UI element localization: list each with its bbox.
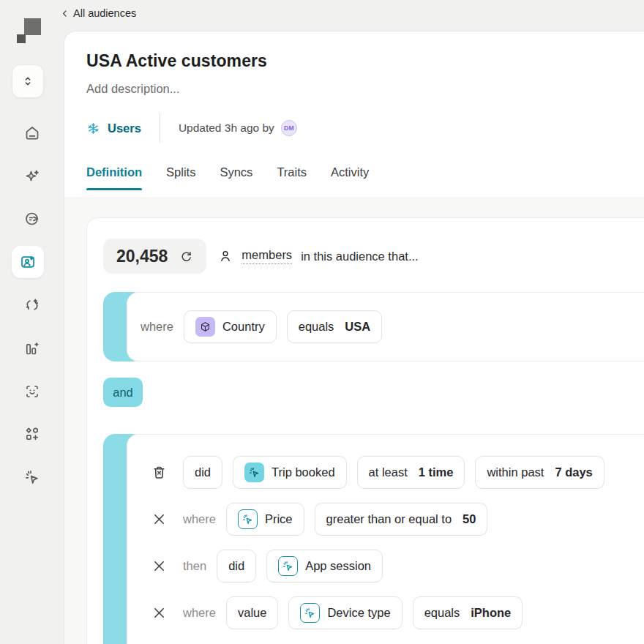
divider (160, 113, 160, 143)
remove-condition-button[interactable] (149, 605, 168, 621)
value-chip[interactable]: value (226, 596, 278, 629)
tab-bar: Definition Splits Syncs Traits Activity (86, 165, 369, 190)
segment-logo (17, 18, 42, 43)
close-icon (151, 512, 167, 527)
sidebar-item-activation[interactable] (19, 461, 45, 493)
tab-traits[interactable]: Traits (277, 165, 307, 190)
members-link[interactable]: members (242, 248, 292, 264)
audience-card-icon (19, 253, 37, 271)
condition-row-price: where Price greater than or equal to50 (149, 503, 644, 536)
property-label: Price (265, 512, 293, 526)
trash-icon (151, 465, 167, 480)
users-space-icon (86, 121, 100, 135)
person-icon (218, 249, 233, 263)
window-value: 7 days (555, 465, 592, 479)
sidebar-item-analytics[interactable] (19, 332, 45, 364)
workspace-switcher-button[interactable] (12, 64, 44, 98)
event-condition-card: did Trip booked at least1 time (127, 434, 644, 644)
condition-row-then: then did App session (149, 550, 644, 583)
condition-group-1: where Country equalsUSA (103, 292, 644, 362)
audience-builder-card: 20,458 members in this audience that... … (86, 217, 644, 644)
event-cursor-icon (278, 556, 298, 576)
event-label: Trip booked (272, 465, 335, 479)
breadcrumb-all-audiences[interactable]: All audiences (60, 7, 136, 19)
condition-prefix: where (183, 606, 216, 620)
operator-value: 50 (463, 512, 476, 526)
shapes-icon (23, 425, 41, 443)
home-icon (23, 124, 41, 142)
event-cursor-icon (238, 509, 258, 529)
space-label: Users (108, 121, 141, 135)
journeys-loop-icon (23, 296, 41, 314)
refresh-icon[interactable] (179, 250, 193, 263)
condition-prefix: where (183, 512, 216, 526)
close-icon (151, 558, 167, 574)
sidebar-item-connections[interactable] (19, 203, 45, 235)
sidebar-item-audiences[interactable] (12, 246, 44, 278)
operator-chip-gte-50[interactable]: greater than or equal to50 (315, 503, 488, 536)
sidebar-item-home[interactable] (19, 117, 45, 149)
event-chip-trip-booked[interactable]: Trip booked (233, 456, 347, 489)
face-scan-icon (23, 383, 41, 400)
tab-syncs[interactable]: Syncs (220, 165, 252, 190)
window-label: within past (487, 465, 544, 479)
close-icon (151, 605, 167, 621)
bar-chart-icon (23, 340, 41, 357)
event-chip-app-session[interactable]: App session (266, 550, 383, 583)
delete-group-button[interactable] (149, 465, 168, 480)
property-chip-price[interactable]: Price (226, 503, 304, 536)
operator-label: equals (299, 320, 334, 334)
sidebar-item-journeys[interactable] (19, 289, 45, 321)
operator-chip-equals-iphone[interactable]: equalsiPhone (413, 596, 523, 629)
condition-row-device: where value Device type equalsiPhone (149, 596, 644, 629)
condition-prefix: where (141, 320, 173, 334)
tab-splits[interactable]: Splits (166, 165, 195, 190)
frequency-value: 1 time (419, 465, 454, 479)
and-connector[interactable]: and (103, 378, 143, 407)
sidebar-item-catalog[interactable] (19, 418, 45, 450)
condition-row-event: did Trip booked at least1 time (149, 456, 644, 489)
description-placeholder[interactable]: Add description... (86, 82, 180, 96)
audience-detail-card: USA Active customers Add description... … (64, 31, 644, 644)
connections-icon (23, 210, 41, 228)
avatar[interactable]: DM (281, 120, 297, 136)
member-count: 20,458 (116, 247, 168, 266)
updated-text: Updated 3h ago by (179, 121, 274, 135)
magic-cursor-icon (23, 468, 41, 486)
page-title: USA Active customers (86, 51, 267, 71)
definition-panel: 20,458 members in this audience that... … (64, 197, 644, 644)
operator-label: greater than or equal to (326, 512, 452, 526)
property-chip-device-type[interactable]: Device type (288, 596, 402, 629)
cube-icon (195, 317, 215, 337)
property-chip-country[interactable]: Country (184, 310, 277, 343)
chevron-left-icon (60, 9, 70, 18)
sparkle-icon (23, 168, 41, 185)
sidebar-item-ai-assistant[interactable] (19, 160, 45, 192)
remove-condition-button[interactable] (149, 558, 168, 574)
breadcrumb-label: All audiences (73, 7, 136, 19)
operator-value: iPhone (471, 606, 511, 620)
verb-chip-did[interactable]: did (217, 550, 256, 583)
sidebar-item-profiles[interactable] (19, 375, 45, 408)
operator-value: USA (345, 320, 370, 334)
event-cursor-icon (300, 603, 320, 623)
chevron-up-down-icon (21, 75, 34, 88)
meta-row: Users Updated 3h ago by DM (86, 119, 297, 138)
property-label: Device type (327, 606, 390, 620)
frequency-chip[interactable]: at least1 time (357, 456, 465, 489)
verb-chip-did[interactable]: did (183, 456, 222, 489)
members-suffix: in this audience that... (301, 250, 419, 263)
operator-label: equals (424, 606, 460, 620)
condition-prefix: then (183, 559, 206, 573)
time-window-chip[interactable]: within past7 days (475, 456, 604, 489)
tab-definition[interactable]: Definition (86, 165, 142, 190)
operator-chip-equals-usa[interactable]: equalsUSA (287, 310, 382, 343)
space-link-users[interactable]: Users (86, 121, 141, 135)
remove-condition-button[interactable] (149, 512, 168, 527)
member-count-row: 20,458 members in this audience that... (103, 239, 644, 274)
condition-row: where Country equalsUSA (127, 292, 644, 362)
property-label: Country (222, 320, 265, 334)
member-count-pill: 20,458 (103, 239, 206, 274)
tab-activity[interactable]: Activity (331, 165, 369, 190)
condition-group-2: did Trip booked at least1 time (103, 434, 644, 644)
